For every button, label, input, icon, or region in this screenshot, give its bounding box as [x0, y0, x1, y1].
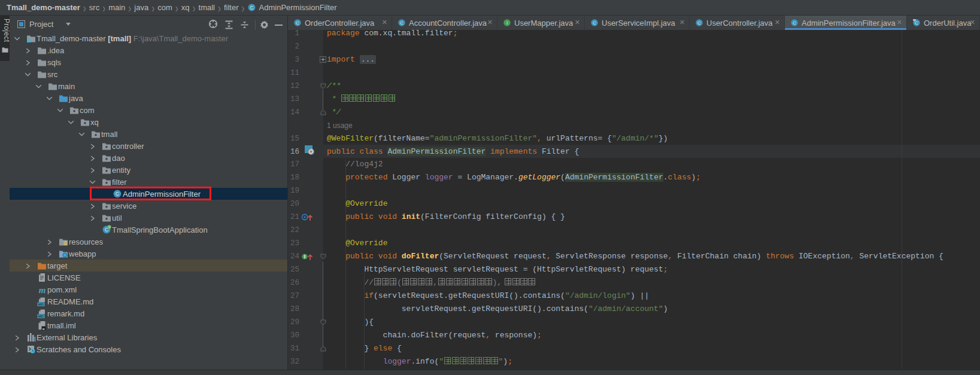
svg-text:C: C [793, 20, 796, 26]
svg-text:MD: MD [38, 303, 44, 306]
svg-text:m: m [39, 285, 46, 295]
svg-text:C: C [697, 20, 701, 26]
svg-text:C: C [250, 5, 253, 11]
svg-text:C: C [400, 20, 403, 26]
svg-text:C: C [593, 20, 596, 26]
svg-text:I: I [506, 20, 508, 26]
svg-text:MD: MD [38, 315, 44, 318]
svg-text:C: C [915, 20, 918, 26]
svg-text:C: C [296, 20, 299, 26]
